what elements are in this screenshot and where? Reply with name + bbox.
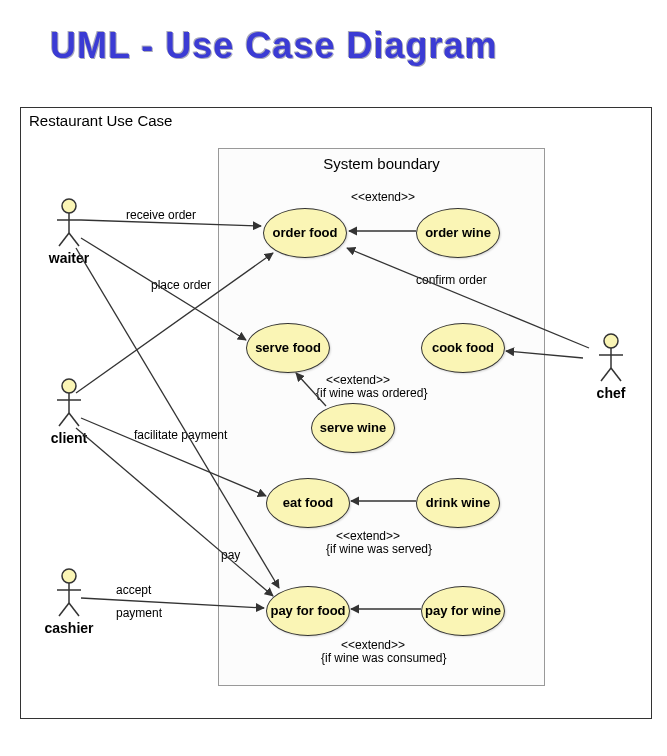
- stick-figure-icon: [54, 198, 84, 248]
- label-extend1: <<extend>>: [351, 190, 415, 204]
- actor-client-label: client: [39, 430, 99, 446]
- stick-figure-icon: [596, 333, 626, 383]
- label-facilitate-payment: facilitate payment: [134, 428, 227, 442]
- label-extend4-cond: {if wine was consumed}: [321, 651, 446, 665]
- label-extend2: <<extend>>: [326, 373, 390, 387]
- usecase-order-wine: order wine: [416, 208, 500, 258]
- label-receive-order: receive order: [126, 208, 196, 222]
- svg-point-10: [62, 569, 76, 583]
- usecase-eat-food: eat food: [266, 478, 350, 528]
- actor-waiter: waiter: [39, 198, 99, 266]
- actor-cashier: cashier: [39, 568, 99, 636]
- svg-point-0: [62, 199, 76, 213]
- label-extend4: <<extend>>: [341, 638, 405, 652]
- label-payment: payment: [116, 606, 162, 620]
- svg-line-8: [59, 413, 69, 426]
- page-title: UML - Use Case Diagram: [50, 25, 647, 67]
- svg-line-3: [59, 233, 69, 246]
- svg-point-5: [62, 379, 76, 393]
- label-extend3-cond: {if wine was served}: [326, 542, 432, 556]
- usecase-drink-wine: drink wine: [416, 478, 500, 528]
- frame-title: Restaurant Use Case: [29, 112, 172, 129]
- stick-figure-icon: [54, 378, 84, 428]
- outer-frame: Restaurant Use Case System boundary wait…: [20, 107, 652, 719]
- svg-line-19: [611, 368, 621, 381]
- stick-figure-icon: [54, 568, 84, 618]
- usecase-pay-for-wine: pay for wine: [421, 586, 505, 636]
- usecase-cook-food: cook food: [421, 323, 505, 373]
- label-accept: accept: [116, 583, 151, 597]
- actor-waiter-label: waiter: [39, 250, 99, 266]
- label-pay: pay: [221, 548, 240, 562]
- actor-cashier-label: cashier: [39, 620, 99, 636]
- usecase-pay-for-food: pay for food: [266, 586, 350, 636]
- usecase-order-food: order food: [263, 208, 347, 258]
- usecase-serve-wine: serve wine: [311, 403, 395, 453]
- label-confirm-order: confirm order: [416, 273, 487, 287]
- svg-line-14: [69, 603, 79, 616]
- label-extend3: <<extend>>: [336, 529, 400, 543]
- label-extend2-cond: {if wine was ordered}: [316, 386, 427, 400]
- actor-chef: chef: [581, 333, 641, 401]
- svg-line-13: [59, 603, 69, 616]
- svg-line-9: [69, 413, 79, 426]
- usecase-serve-food: serve food: [246, 323, 330, 373]
- actor-chef-label: chef: [581, 385, 641, 401]
- label-place-order: place order: [151, 278, 211, 292]
- svg-line-18: [601, 368, 611, 381]
- boundary-title: System boundary: [219, 155, 544, 172]
- svg-line-4: [69, 233, 79, 246]
- actor-client: client: [39, 378, 99, 446]
- svg-point-15: [604, 334, 618, 348]
